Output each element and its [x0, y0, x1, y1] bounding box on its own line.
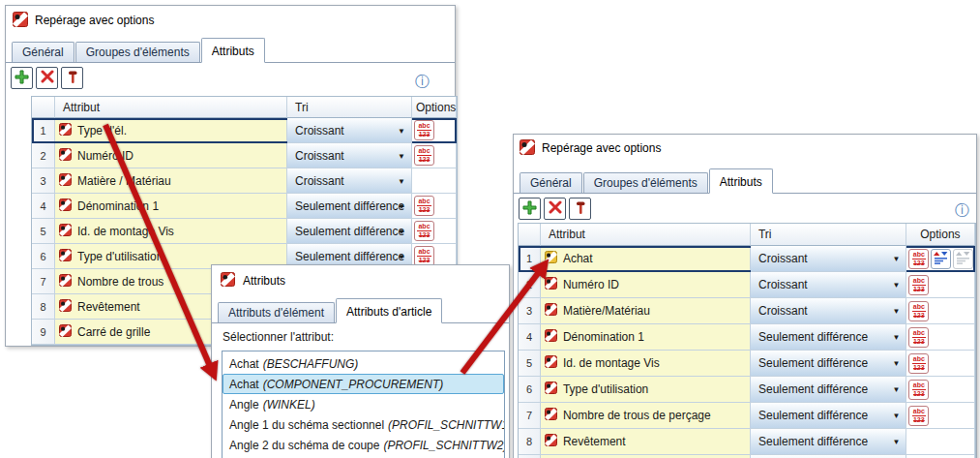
options-cell: abc123 — [906, 351, 975, 377]
tab-attributs-article[interactable]: Attributs d'article — [336, 298, 442, 323]
add-attribute-button[interactable] — [11, 67, 33, 89]
options-cell: abc123 — [906, 403, 975, 429]
tab-attributs[interactable]: Attributs — [201, 38, 265, 63]
sort-dropdown[interactable]: Croissant ▼ — [287, 143, 412, 168]
header-tri: Tri — [287, 97, 412, 118]
table-row[interactable]: 2 Numéro ID Croissant ▼ abc123 — [519, 272, 975, 298]
list-item-selected[interactable]: Achat(COMPONENT_PROCUREMENT) — [223, 374, 504, 394]
hammer-icon — [574, 200, 587, 218]
abc123-format-button[interactable]: abc123 — [414, 196, 434, 216]
table-row[interactable]: 5 Id. de montage Vis Seulement différenc… — [519, 351, 975, 377]
tool-hammer-button[interactable] — [569, 198, 591, 220]
attribute-cell[interactable]: Dénomination 1 — [541, 324, 751, 351]
table-row[interactable]: 3 Matière/Matériau Croissant ▼ abc123 — [519, 298, 975, 324]
sort-dropdown[interactable]: Seulement différence ▼ — [751, 324, 906, 351]
sort-value: Croissant — [295, 124, 344, 137]
attribute-cell[interactable]: Numéro ID — [541, 272, 751, 298]
sort-value: Croissant — [758, 278, 808, 291]
sort-dropdown[interactable]: Croissant ▼ — [751, 246, 906, 272]
chevron-down-icon: ▼ — [892, 333, 900, 342]
row-number: 7 — [32, 269, 55, 294]
abc123-format-button[interactable]: abc123 — [414, 120, 434, 140]
attribute-cell[interactable]: Id. de montage Vis — [55, 219, 287, 244]
abc123-format-button[interactable]: abc123 — [908, 353, 929, 374]
attribute-cell[interactable]: Type d'él. — [55, 118, 287, 143]
attribute-cell[interactable]: Dénomination 1 — [55, 194, 287, 219]
abc123-format-button[interactable]: abc123 — [414, 246, 434, 266]
table-row[interactable]: 5 Id. de montage Vis Seulement différenc… — [32, 219, 457, 244]
header-attribute: Attribut — [55, 97, 287, 118]
table-row[interactable]: 4 Dénomination 1 Seulement différence ▼ … — [32, 194, 457, 219]
tab-general[interactable]: Général — [12, 42, 74, 62]
options-cell — [412, 168, 457, 194]
list-item[interactable]: Angle 2 du schéma de coupe(PROFIL_SCHNIT… — [223, 435, 504, 455]
table-row[interactable]: 7 Nombre de trous de perçage Seulement d… — [519, 403, 975, 429]
sort-dropdown[interactable]: Seulement différence ▼ — [751, 351, 906, 377]
sort-dropdown[interactable]: Seulement différence ▼ — [751, 403, 906, 429]
sort-value: Croissant — [758, 304, 808, 318]
attribute-listbox[interactable]: Achat(BESCHAFFUNG) Achat(COMPONENT_PROCU… — [222, 351, 505, 458]
table-row[interactable]: 4 Dénomination 1 Seulement différence ▼ … — [519, 324, 975, 351]
attribute-label: Achat — [563, 252, 593, 265]
attribute-code: (PROFIL_SCHNITTW2) — [383, 439, 505, 452]
sort-value: Croissant — [295, 149, 344, 163]
abc123-format-button[interactable]: abc123 — [414, 221, 434, 241]
tab-general[interactable]: Général — [520, 172, 582, 193]
info-icon[interactable]: ⓘ — [955, 202, 969, 217]
attribute-cell[interactable]: Achat — [541, 246, 751, 272]
info-icon[interactable]: ⓘ — [415, 74, 430, 88]
attribute-cell[interactable]: Id. de montage Vis — [541, 351, 751, 377]
attribute-cell[interactable]: Numéro ID — [55, 143, 287, 168]
table-row[interactable]: 8 Revêtement Seulement différence ▼ — [519, 429, 975, 455]
attribute-cell[interactable]: Matière/Matériau — [541, 298, 751, 324]
sort-dropdown[interactable]: Croissant ▼ — [751, 272, 906, 298]
abc123-format-button[interactable]: abc123 — [908, 249, 929, 269]
list-item[interactable]: Angle(WINKEL) — [223, 394, 504, 414]
abc123-format-button[interactable]: abc123 — [908, 380, 929, 400]
sort-dropdown[interactable]: Croissant ▼ — [287, 118, 412, 143]
abc123-format-button[interactable]: abc123 — [908, 275, 929, 295]
sort-dropdown[interactable]: Croissant ▼ — [287, 168, 412, 194]
table-row[interactable]: 1 Achat Croissant ▼ abc123 — [519, 246, 975, 272]
abc123-format-button[interactable]: abc123 — [908, 406, 929, 426]
attribute-code: (COMPONENT_PROCUREMENT) — [263, 378, 444, 391]
tab-groupes-elements[interactable]: Groupes d'éléments — [583, 172, 708, 193]
attribute-label: Numéro ID — [563, 278, 619, 291]
sort-dropdown[interactable]: Croissant ▼ — [751, 298, 906, 324]
sort-list-button[interactable] — [931, 249, 951, 269]
options-cell: abc123 — [906, 246, 975, 272]
options-cell: abc123 — [906, 377, 975, 403]
abc123-format-button[interactable]: abc123 — [908, 327, 929, 348]
tab-groupes-elements[interactable]: Groupes d'éléments — [75, 42, 200, 62]
row-number: 2 — [32, 143, 55, 168]
tab-attributs-element[interactable]: Attributs d'élément — [218, 302, 335, 322]
attribute-cell[interactable]: Nombre de trous de perçage — [541, 403, 751, 429]
tool-hammer-button[interactable] — [61, 67, 83, 89]
balloon-marker-icon — [13, 12, 28, 30]
tab-attributs[interactable]: Attributs — [709, 168, 773, 194]
table-row[interactable]: 3 Matière / Matériau Croissant ▼ — [32, 168, 457, 194]
table-row[interactable]: 1 Type d'él. Croissant ▼ abc123 — [32, 118, 457, 143]
sort-dropdown[interactable]: Seulement différence ▼ — [751, 377, 906, 403]
sort-dropdown[interactable]: Seulement différence ▼ — [287, 219, 412, 244]
window-title: Repérage avec options — [542, 141, 661, 155]
sort-list-button-disabled — [953, 249, 973, 269]
table-row[interactable]: 2 Numéro ID Croissant ▼ abc123 — [32, 143, 457, 168]
abc123-format-button[interactable]: abc123 — [908, 301, 929, 321]
delete-attribute-button[interactable] — [544, 198, 566, 220]
sort-dropdown[interactable]: Seulement différence ▼ — [287, 194, 412, 219]
table-row[interactable]: 6 Type d'utilisation Seulement différenc… — [519, 377, 975, 403]
attribute-tag-icon — [545, 434, 557, 449]
abc123-format-button[interactable]: abc123 — [414, 145, 434, 166]
list-item[interactable]: Achat(BESCHAFFUNG) — [223, 353, 504, 374]
sort-dropdown[interactable]: Seulement différence ▼ — [751, 429, 906, 455]
chevron-down-icon: ▼ — [892, 255, 900, 263]
list-item[interactable]: Angle 1 du schéma sectionnel(PROFIL_SCHN… — [223, 414, 504, 435]
delete-attribute-button[interactable] — [36, 67, 58, 89]
attribute-cell[interactable]: Revêtement — [541, 429, 751, 455]
row-number: 5 — [32, 219, 55, 244]
attribute-cell[interactable]: Matière / Matériau — [55, 168, 287, 194]
add-attribute-button[interactable] — [519, 198, 541, 220]
attribute-cell[interactable]: Type d'utilisation — [541, 377, 751, 403]
sort-value: Seulement différence — [758, 356, 868, 370]
